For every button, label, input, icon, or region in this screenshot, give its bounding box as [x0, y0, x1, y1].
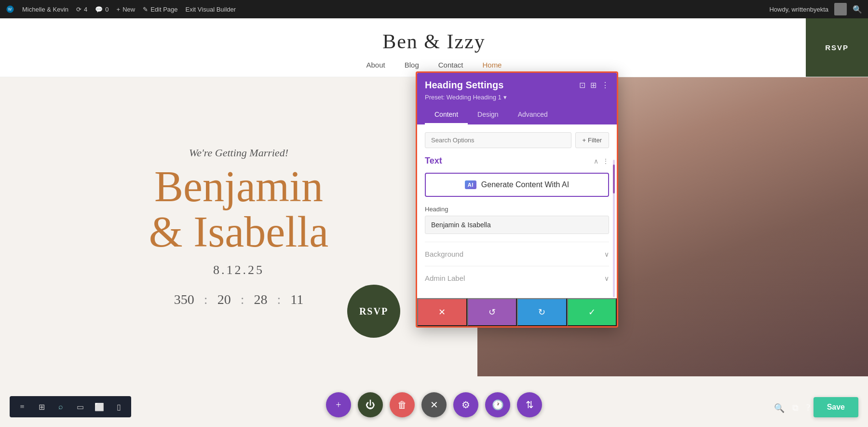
panel-header: Heading Settings ⊡ ⊞ ⋮ Preset: Wedding H… [417, 73, 617, 124]
comments-icon: 💬 [95, 6, 103, 13]
hero-name-line1: Benjamin [154, 163, 323, 210]
search-icon[interactable]: 🔍 [853, 5, 862, 14]
fab-close-icon: ✕ [430, 399, 438, 411]
site-name-item[interactable]: Michelle & Kevin [22, 6, 68, 13]
countdown-seconds: 11 [290, 292, 303, 307]
panel-preset[interactable]: Preset: Wedding Heading 1 ▾ [425, 94, 609, 101]
revisions-count: 4 [84, 6, 87, 13]
filter-label: Filter [588, 137, 602, 144]
rsvp-circle-label: RSVP [359, 306, 388, 317]
revisions-item[interactable]: ⟳ 4 [76, 6, 87, 13]
countdown-days: 350 [174, 292, 194, 307]
redo-button[interactable]: ↻ [517, 298, 567, 326]
fab-power-button[interactable]: ⏻ [358, 392, 383, 417]
columns-icon[interactable]: ⊞ [590, 81, 597, 90]
fab-adjust-button[interactable]: ⇅ [517, 392, 542, 417]
toolbar-tablet-icon[interactable]: ⬜ [92, 399, 107, 414]
new-label: New [122, 6, 135, 13]
toolbar-menu-icon[interactable]: ≡ [14, 399, 30, 414]
reset-button[interactable]: ↺ [467, 298, 517, 326]
expand-icon[interactable]: ⊡ [579, 81, 585, 90]
tab-content[interactable]: Content [425, 106, 468, 124]
nav-contact[interactable]: Contact [438, 61, 463, 69]
fab-power-icon: ⏻ [366, 399, 375, 411]
edit-page-item[interactable]: ✎ Edit Page [143, 6, 177, 13]
panel-tabs: Content Design Advanced [425, 106, 609, 124]
fab-settings-button[interactable]: ⚙ [453, 392, 478, 417]
exit-builder-item[interactable]: Exit Visual Builder [186, 6, 236, 13]
countdown-sep3: : [277, 292, 281, 307]
section-header-icons: ∧ ⋮ [594, 157, 609, 165]
countdown: 350 : 20 : 28 : 11 [174, 292, 303, 307]
redo-icon: ↻ [538, 307, 545, 317]
fab-close-button[interactable]: ✕ [421, 392, 447, 417]
fab-add-button[interactable]: + [326, 392, 351, 417]
comments-count: 0 [105, 6, 108, 13]
svg-text:W: W [8, 7, 12, 12]
admin-label-label: Admin Label [425, 274, 465, 282]
rsvp-header-button[interactable]: RSVP [806, 18, 868, 77]
panel-footer: ✕ ↺ ↻ ✓ [417, 298, 617, 326]
admin-label-chevron-icon: ∨ [604, 275, 609, 282]
hero-name-line2: & Isabella [149, 208, 328, 256]
bottom-search-icon[interactable]: 🔍 [774, 403, 785, 413]
bottom-layers-icon[interactable]: ⧉ [792, 403, 799, 413]
panel-scrollbar-thumb [613, 165, 615, 193]
howdy-text: Howdy, writtenbyekta [769, 6, 828, 13]
tab-design[interactable]: Design [468, 106, 508, 124]
generate-label: Generate Content With AI [481, 180, 569, 189]
toolbar-search-icon[interactable]: ⌕ [53, 399, 68, 414]
toolbar-grid-icon[interactable]: ⊞ [34, 399, 49, 414]
confirm-button[interactable]: ✓ [567, 298, 617, 326]
generate-ai-button[interactable]: AI Generate Content With AI [425, 173, 609, 197]
page-content: Ben & Izzy About Blog Contact Home RSVP … [0, 18, 868, 427]
preset-chevron-icon: ▾ [503, 94, 507, 101]
panel-title: Heading Settings [425, 80, 503, 91]
countdown-hours: 20 [217, 292, 231, 307]
nav-blog[interactable]: Blog [405, 61, 419, 69]
search-options-input[interactable] [425, 132, 571, 148]
filter-button[interactable]: + Filter [575, 132, 609, 148]
nav-home[interactable]: Home [482, 61, 502, 69]
collapse-icon[interactable]: ∧ [594, 157, 598, 165]
panel-scrollbar[interactable] [613, 160, 615, 297]
tab-advanced[interactable]: Advanced [508, 106, 557, 124]
wp-logo-icon: W [6, 5, 14, 14]
fab-clock-icon: 🕐 [492, 399, 504, 411]
nav-about[interactable]: About [366, 61, 385, 69]
reset-icon: ↺ [488, 307, 496, 317]
cancel-icon: ✕ [438, 307, 446, 317]
comments-item[interactable]: 💬 0 [95, 6, 108, 13]
admin-label-section[interactable]: Admin Label ∨ [425, 266, 609, 290]
heading-settings-panel: Heading Settings ⊡ ⊞ ⋮ Preset: Wedding H… [416, 71, 618, 328]
toolbar-mobile-icon[interactable]: ▯ [111, 399, 126, 414]
cancel-button[interactable]: ✕ [417, 298, 467, 326]
bottom-help-icon[interactable]: ? [806, 403, 810, 413]
fab-history-button[interactable]: 🕐 [485, 392, 510, 417]
search-row: + Filter [425, 132, 609, 148]
rsvp-circle-button[interactable]: RSVP [347, 285, 400, 338]
plus-icon: + [117, 6, 121, 13]
new-item[interactable]: + New [117, 6, 136, 13]
heading-field-label: Heading [425, 206, 609, 213]
fab-delete-icon: 🗑 [397, 399, 407, 411]
wp-logo-item[interactable]: W [6, 5, 14, 14]
more-options-icon[interactable]: ⋮ [601, 81, 609, 90]
toolbar-desktop-icon[interactable]: ▭ [72, 399, 88, 414]
bottom-toolbar: ≡ ⊞ ⌕ ▭ ⬜ ▯ [10, 396, 131, 417]
save-button[interactable]: Save [814, 397, 858, 417]
edit-page-label: Edit Page [150, 6, 177, 13]
bottom-right-icons: 🔍 ⧉ ? [774, 403, 810, 413]
background-section[interactable]: Background ∨ [425, 242, 609, 266]
hero-subtitle: We're Getting Married! [189, 147, 288, 159]
user-avatar[interactable] [834, 3, 847, 15]
fab-delete-button[interactable]: 🗑 [390, 392, 415, 417]
section-more-icon[interactable]: ⋮ [602, 157, 609, 165]
hero-left: We're Getting Married! Benjamin & Isabel… [0, 77, 477, 376]
filter-plus-icon: + [583, 137, 586, 144]
heading-field-input[interactable] [425, 216, 609, 234]
fab-add-icon: + [336, 399, 341, 411]
fab-gear-icon: ⚙ [461, 399, 470, 411]
revisions-icon: ⟳ [76, 6, 81, 13]
panel-title-icons: ⊡ ⊞ ⋮ [579, 81, 609, 90]
